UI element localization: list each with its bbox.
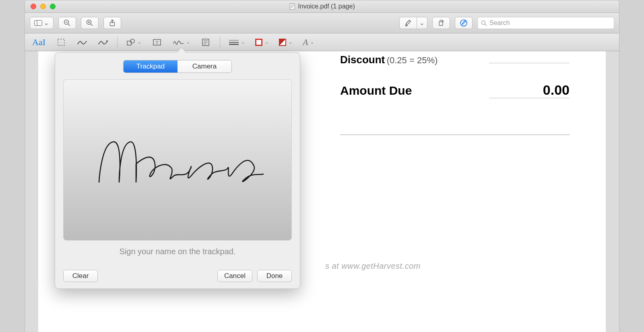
search-placeholder: Search bbox=[489, 19, 510, 27]
chevron-down-icon: ⌄ bbox=[186, 39, 190, 45]
svg-rect-3 bbox=[291, 7, 293, 8]
svg-rect-20 bbox=[58, 39, 64, 46]
zoom-out-button[interactable] bbox=[58, 17, 76, 29]
discount-sub: (0.25 = 25%) bbox=[387, 55, 438, 65]
signature-popover: Trackpad Camera Sign your name on the tr… bbox=[55, 52, 300, 289]
markup-toggle-button[interactable] bbox=[455, 17, 473, 29]
separator bbox=[220, 37, 220, 48]
amount-due-label: Amount Due bbox=[340, 84, 412, 98]
fullscreen-window-button[interactable] bbox=[50, 4, 56, 9]
popover-actions: Clear Cancel Done bbox=[63, 270, 292, 282]
invoice-block: Discount (0.25 = 25%) Amount Due 0.00 bbox=[340, 54, 570, 135]
discount-label: Discount bbox=[340, 54, 385, 66]
done-button[interactable]: Done bbox=[257, 270, 292, 282]
discount-value bbox=[489, 63, 570, 63]
amount-due-value: 0.00 bbox=[489, 82, 570, 98]
minimize-window-button[interactable] bbox=[40, 4, 46, 9]
amount-due-row: Amount Due 0.00 bbox=[340, 82, 570, 98]
titlebar: Invoice.pdf (1 page) bbox=[25, 0, 619, 13]
svg-line-10 bbox=[91, 24, 93, 26]
chevron-down-icon: ⌄ bbox=[241, 39, 245, 45]
shapes-button[interactable]: ⌄ bbox=[125, 36, 143, 48]
font-style-button[interactable]: A ⌄ bbox=[301, 36, 316, 48]
chevron-down-icon: ⌄ bbox=[310, 39, 314, 45]
text-style-button[interactable]: AaI bbox=[31, 36, 47, 48]
border-width-button[interactable]: ⌄ bbox=[227, 36, 246, 48]
window-title: Invoice.pdf (1 page) bbox=[289, 3, 355, 10]
svg-text:T: T bbox=[156, 40, 159, 45]
draw-tool-button[interactable] bbox=[96, 36, 110, 48]
stroke-color-button[interactable]: ⌄ bbox=[254, 36, 270, 48]
selection-tool-button[interactable] bbox=[54, 36, 68, 48]
discount-row: Discount (0.25 = 25%) bbox=[340, 54, 570, 66]
clear-button[interactable]: Clear bbox=[63, 270, 98, 282]
chevron-down-icon: ⌄ bbox=[138, 39, 141, 45]
note-button[interactable] bbox=[199, 36, 213, 48]
sign-button[interactable]: ⌄ bbox=[171, 36, 192, 48]
signature-source-segment: Trackpad Camera bbox=[123, 60, 232, 73]
divider bbox=[340, 135, 570, 135]
rotate-button[interactable] bbox=[432, 17, 450, 29]
stroke-color-swatch bbox=[255, 39, 262, 46]
document-icon bbox=[289, 3, 295, 10]
highlight-group: ⌄ bbox=[399, 17, 427, 29]
svg-rect-16 bbox=[439, 22, 443, 25]
chevron-down-icon: ⌄ bbox=[265, 39, 268, 45]
close-window-button[interactable] bbox=[31, 4, 36, 9]
main-toolbar: ⌄ ⌄ Search bbox=[25, 13, 619, 33]
svg-line-19 bbox=[485, 24, 487, 26]
sidebar-toggle-button[interactable]: ⌄ bbox=[30, 17, 54, 29]
cancel-button[interactable]: Cancel bbox=[217, 270, 252, 282]
signature-hint: Sign your name on the trackpad. bbox=[63, 247, 292, 256]
svg-point-21 bbox=[106, 40, 108, 42]
window-controls bbox=[25, 4, 56, 9]
signature-drawing bbox=[91, 128, 264, 192]
svg-point-18 bbox=[482, 21, 485, 24]
fill-color-button[interactable]: ⌄ bbox=[277, 36, 294, 48]
signature-pad[interactable] bbox=[63, 79, 292, 241]
search-icon bbox=[481, 20, 487, 26]
svg-rect-2 bbox=[291, 6, 294, 6]
share-button[interactable] bbox=[103, 17, 121, 29]
textbox-button[interactable]: T bbox=[150, 36, 164, 48]
footer-text: s at www.getHarvest.com bbox=[325, 261, 421, 271]
svg-rect-1 bbox=[291, 5, 294, 5]
search-field[interactable]: Search bbox=[477, 17, 614, 29]
highlight-dropdown-button[interactable]: ⌄ bbox=[417, 17, 427, 29]
font-icon: A bbox=[303, 37, 308, 48]
chevron-down-icon: ⌄ bbox=[289, 39, 292, 45]
separator bbox=[117, 37, 118, 48]
trackpad-tab[interactable]: Trackpad bbox=[124, 60, 178, 73]
markup-toolbar: AaI ⌄ T ⌄ ⌄ ⌄ bbox=[25, 33, 619, 51]
svg-line-7 bbox=[68, 24, 70, 26]
chevron-down-icon: ⌄ bbox=[44, 19, 49, 27]
fill-color-swatch bbox=[279, 39, 286, 46]
svg-point-17 bbox=[460, 20, 467, 26]
sketch-tool-button[interactable] bbox=[75, 36, 89, 48]
svg-rect-4 bbox=[35, 21, 42, 26]
camera-tab[interactable]: Camera bbox=[178, 60, 231, 73]
highlight-button[interactable] bbox=[399, 17, 417, 29]
window-title-text: Invoice.pdf (1 page) bbox=[298, 3, 355, 10]
zoom-in-button[interactable] bbox=[81, 17, 99, 29]
chevron-down-icon: ⌄ bbox=[419, 19, 425, 27]
